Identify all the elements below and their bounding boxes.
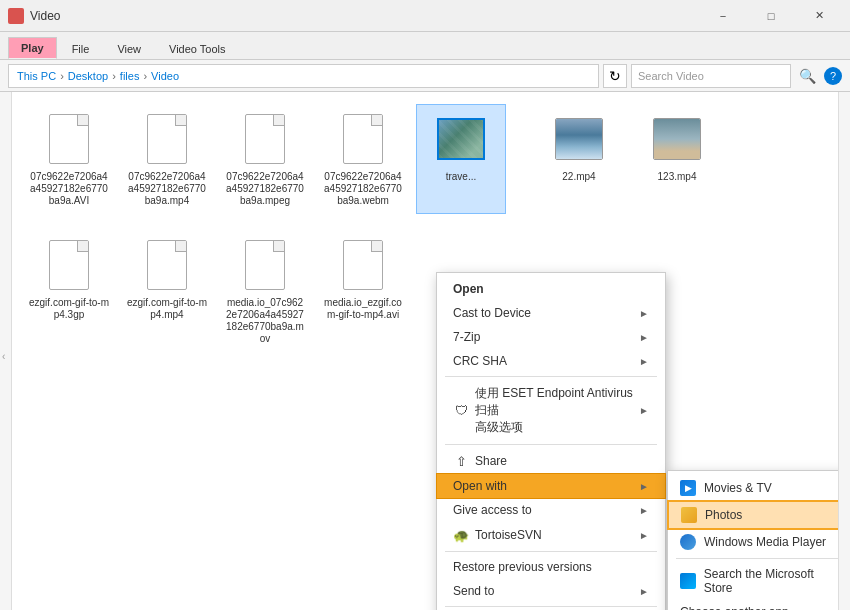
path-sep2: › xyxy=(112,70,116,82)
ctx-give-access-arrow: ► xyxy=(639,505,649,516)
submenu-store[interactable]: Search the Microsoft Store xyxy=(668,562,838,600)
generic-file-icon xyxy=(245,240,285,290)
path-files[interactable]: files xyxy=(120,70,140,82)
generic-file-icon xyxy=(343,114,383,164)
file-item[interactable]: 07c9622e7206a4a45927182e6770ba9a.mpeg xyxy=(220,104,310,214)
close-button[interactable]: ✕ xyxy=(796,0,842,32)
ctx-advanced-label: 高级选项 xyxy=(475,419,639,436)
ctx-crcsha-arrow: ► xyxy=(639,356,649,367)
file-item-selected[interactable]: trave... xyxy=(416,104,506,214)
ctx-give-access[interactable]: Give access to ► xyxy=(437,498,665,522)
ctx-openwith[interactable]: Open with ► ▶ Movies & TV Photos xyxy=(437,474,665,498)
submenu-sep xyxy=(676,558,838,559)
window-controls: − □ ✕ xyxy=(700,0,842,32)
file-item[interactable]: 07c9622e7206a4a45927182e6770ba9a.webm xyxy=(318,104,408,214)
ctx-cast-to-device[interactable]: Cast to Device ► xyxy=(437,301,665,325)
tab-file[interactable]: File xyxy=(59,38,103,59)
file-name: 123.mp4 xyxy=(658,171,697,183)
help-icon[interactable]: ? xyxy=(824,67,842,85)
file-name: 07c9622e7206a4a45927182e6770ba9a.mpeg xyxy=(225,171,305,207)
scrollbar[interactable] xyxy=(838,92,850,610)
main-content: ‹ 07c9622e7206a4a45927182e6770ba9a.AVI 0 xyxy=(0,92,850,610)
ctx-openwith-label: Open with xyxy=(453,479,507,493)
path-thispc[interactable]: This PC xyxy=(17,70,56,82)
ctx-eset-arrow: ► xyxy=(639,405,649,416)
photos-icon xyxy=(681,507,697,523)
tortoise-icon: 🐢 xyxy=(453,527,469,543)
ctx-sep4 xyxy=(445,606,657,607)
file-icon xyxy=(143,111,191,167)
file-item[interactable]: media.io_07c9622e7206a4a45927182e6770ba9… xyxy=(220,230,310,352)
file-name: 22.mp4 xyxy=(562,171,595,183)
ctx-open-label: Open xyxy=(453,282,484,296)
file-icon xyxy=(437,111,485,167)
store-icon xyxy=(680,573,696,589)
file-item[interactable]: 07c9622e7206a4a45927182e6770ba9a.AVI xyxy=(24,104,114,214)
path-video[interactable]: Video xyxy=(151,70,179,82)
file-item[interactable]: 07c9622e7206a4a45927182e6770ba9a.mp4 xyxy=(122,104,212,214)
choose-app-label: Choose another app xyxy=(680,605,789,610)
ctx-restore[interactable]: Restore previous versions xyxy=(437,555,665,579)
search-placeholder: Search Video xyxy=(638,70,704,82)
video-thumb-travel xyxy=(437,118,485,160)
movies-tv-label: Movies & TV xyxy=(704,481,772,495)
path-desktop[interactable]: Desktop xyxy=(68,70,108,82)
file-icon xyxy=(241,237,289,293)
submenu-photos[interactable]: Photos xyxy=(668,501,838,529)
submenu-wmp[interactable]: Windows Media Player xyxy=(668,529,838,555)
submenu-movies-tv[interactable]: ▶ Movies & TV xyxy=(668,475,838,501)
ctx-cast-arrow: ► xyxy=(639,308,649,319)
search-box[interactable]: Search Video xyxy=(631,64,791,88)
window-title: Video xyxy=(30,9,700,23)
ctx-eset[interactable]: 🛡 使用 ESET Endpoint Antivirus 扫描 高级选项 ► xyxy=(437,380,665,441)
file-item[interactable]: ezgif.com-gif-to-mp4.3gp xyxy=(24,230,114,352)
ctx-sep3 xyxy=(445,551,657,552)
ctx-eset-label: 使用 ESET Endpoint Antivirus 扫描 xyxy=(475,385,639,419)
ctx-sep2 xyxy=(445,444,657,445)
submenu-choose-app[interactable]: Choose another app xyxy=(668,600,838,610)
file-icon xyxy=(45,111,93,167)
file-item[interactable]: 22.mp4 xyxy=(534,104,624,214)
explorer-window: Video − □ ✕ Play File View Video Tools T… xyxy=(0,0,850,610)
file-icon xyxy=(339,237,387,293)
minimize-button[interactable]: − xyxy=(700,0,746,32)
tab-view[interactable]: View xyxy=(104,38,154,59)
ctx-crcsha-label: CRC SHA xyxy=(453,354,507,368)
address-bar: This PC › Desktop › files › Video ↻ Sear… xyxy=(0,60,850,92)
file-icon xyxy=(241,111,289,167)
ctx-give-access-label: Give access to xyxy=(453,503,532,517)
file-icon xyxy=(339,111,387,167)
file-item[interactable]: 123.mp4 xyxy=(632,104,722,214)
ctx-crcsha[interactable]: CRC SHA ► xyxy=(437,349,665,373)
ctx-open[interactable]: Open xyxy=(437,277,665,301)
refresh-button[interactable]: ↻ xyxy=(603,64,627,88)
ctx-7zip[interactable]: 7-Zip ► xyxy=(437,325,665,349)
file-name: media.io_07c9622e7206a4a45927182e6770ba9… xyxy=(225,297,305,345)
generic-file-icon xyxy=(49,240,89,290)
search-icon[interactable]: 🔍 xyxy=(799,68,816,84)
ctx-sendto-label: Send to xyxy=(453,584,494,598)
tab-play[interactable]: Play xyxy=(8,37,57,59)
share-icon: ⇧ xyxy=(453,453,469,469)
ctx-7zip-arrow: ► xyxy=(639,332,649,343)
file-area[interactable]: 07c9622e7206a4a45927182e6770ba9a.AVI 07c… xyxy=(12,92,838,610)
file-name: trave... xyxy=(446,171,477,183)
ctx-share-label: Share xyxy=(475,454,507,468)
sidebar-collapse[interactable]: ‹ xyxy=(2,351,5,362)
tab-videotools[interactable]: Video Tools xyxy=(156,38,238,59)
submenu-openwith: ▶ Movies & TV Photos Windows Media Playe… xyxy=(667,470,838,610)
file-name: media.io_ezgif.com-gif-to-mp4.avi xyxy=(323,297,403,321)
ctx-tortoise[interactable]: 🐢 TortoiseSVN ► xyxy=(437,522,665,548)
thumb-image xyxy=(556,119,602,159)
photos-label: Photos xyxy=(705,508,742,522)
ctx-cast-label: Cast to Device xyxy=(453,306,531,320)
address-path: This PC › Desktop › files › Video xyxy=(8,64,599,88)
file-name: 07c9622e7206a4a45927182e6770ba9a.AVI xyxy=(29,171,109,207)
ribbon-tabs: Play File View Video Tools xyxy=(0,32,850,60)
file-item[interactable]: media.io_ezgif.com-gif-to-mp4.avi xyxy=(318,230,408,352)
file-name: 07c9622e7206a4a45927182e6770ba9a.mp4 xyxy=(127,171,207,207)
ctx-share[interactable]: ⇧ Share xyxy=(437,448,665,474)
maximize-button[interactable]: □ xyxy=(748,0,794,32)
file-item[interactable]: ezgif.com-gif-to-mp4.mp4 xyxy=(122,230,212,352)
ctx-sendto[interactable]: Send to ► xyxy=(437,579,665,603)
